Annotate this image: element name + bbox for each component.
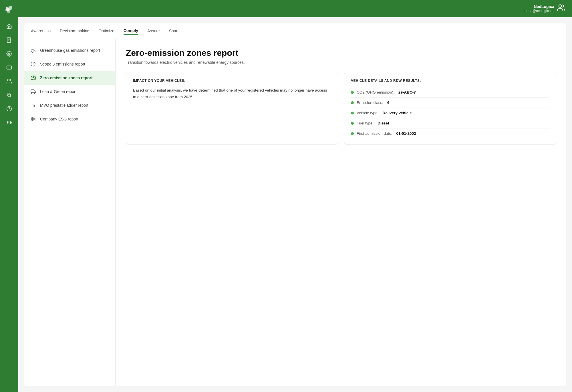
- rdw-dot-2: [351, 101, 354, 104]
- svg-point-6: [7, 79, 9, 81]
- education-icon[interactable]: [3, 117, 15, 128]
- impact-box-title: IMPACT ON YOUR VEHICLES:: [133, 79, 331, 83]
- rdw-dot-4: [351, 122, 354, 125]
- help-icon[interactable]: [3, 103, 15, 114]
- rdw-dot: [351, 91, 354, 94]
- svg-rect-5: [7, 66, 12, 69]
- user-email: robert@nedlogica.nl: [523, 9, 554, 13]
- main-area: NedLogica robert@nedlogica.nl Awareness …: [18, 0, 572, 392]
- list-item-label-ghg: Greenhouse gas emissions report: [40, 48, 100, 53]
- billing-icon[interactable]: [3, 62, 15, 73]
- detail-subtitle: Transition towards electric vehicles and…: [126, 60, 556, 65]
- svg-point-11: [31, 79, 32, 80]
- list-item-label-esg: Company ESG report: [40, 117, 78, 121]
- vehicle-box: VEHICLE DETAILS AND RDW RESULTS: CO2 (GH…: [344, 73, 556, 144]
- list-item-label-mvo: MVO prestatieladder report: [40, 103, 88, 108]
- tab-decision-making[interactable]: Decision-making: [60, 27, 89, 34]
- topbar: NedLogica robert@nedlogica.nl: [18, 0, 572, 17]
- rdw-label-emission: Emission class:: [357, 100, 383, 105]
- list-panel: Greenhouse gas emissions report Scope 3 …: [24, 39, 116, 386]
- rdw-value-admission: 01-01-2002: [396, 131, 416, 136]
- rdw-value-fuel: Diesel: [378, 121, 389, 125]
- truck-icon: [30, 88, 37, 95]
- detail-title: Zero-emission zones report: [126, 48, 556, 58]
- list-item-label-zero: Zero-emission zones report: [40, 76, 93, 80]
- ev-icon: [30, 74, 37, 81]
- list-item-label-lean: Lean & Green report: [40, 89, 77, 94]
- tab-assure[interactable]: Assure: [147, 27, 160, 34]
- detail-panel: Zero-emission zones report Transition to…: [116, 39, 566, 386]
- pie-chart-icon: [30, 61, 37, 68]
- rdw-item-admission: First admission date: 01-01-2002: [351, 128, 549, 138]
- rdw-label-co2: CO2 (GHG emission):: [357, 90, 394, 94]
- home-icon[interactable]: [3, 21, 15, 32]
- logo[interactable]: [3, 3, 15, 15]
- vehicle-box-title: VEHICLE DETAILS AND RDW RESULTS:: [351, 79, 549, 83]
- list-item-zero[interactable]: Zero-emission zones report: [24, 71, 115, 85]
- tab-comply[interactable]: Comply: [124, 27, 138, 35]
- impact-box: IMPACT ON YOUR VEHICLES: Based on our in…: [126, 73, 338, 144]
- rdw-item-type: Vehicle type: Delivery vehicle: [351, 108, 549, 118]
- rdw-value-emission: 6: [387, 100, 390, 105]
- tab-share[interactable]: Share: [169, 27, 180, 34]
- main-card: Awareness Decision-making Optimize Compl…: [24, 23, 566, 386]
- tab-optimize[interactable]: Optimize: [99, 27, 114, 34]
- impact-box-body: Based on our initial analysis, we have d…: [133, 87, 331, 100]
- rdw-value-co2: 29-ABC-7: [398, 90, 416, 94]
- list-item-ghg[interactable]: Greenhouse gas emissions report: [24, 43, 115, 57]
- rdw-item-co2: CO2 (GHG emission): 29-ABC-7: [351, 87, 549, 98]
- rdw-label-admission: First admission date:: [357, 131, 392, 136]
- document-icon[interactable]: [3, 34, 15, 46]
- list-item-lean[interactable]: Lean & Green report: [24, 85, 115, 98]
- users-icon[interactable]: [3, 76, 15, 87]
- svg-point-4: [9, 53, 10, 55]
- svg-rect-13: [31, 90, 34, 92]
- search-advance-icon[interactable]: [3, 89, 15, 101]
- rdw-value-type: Delivery vehicle: [383, 111, 412, 115]
- svg-point-14: [31, 92, 32, 94]
- rdw-item-fuel: Fuel type: Diesel: [351, 118, 549, 128]
- svg-rect-20: [31, 117, 35, 121]
- bar-chart-icon: [30, 102, 37, 109]
- rdw-label-type: Vehicle type:: [357, 111, 379, 115]
- svg-rect-2: [7, 9, 10, 13]
- rdw-dot-3: [351, 112, 354, 114]
- settings-icon[interactable]: [3, 48, 15, 60]
- user-info: NedLogica robert@nedlogica.nl: [523, 4, 565, 13]
- building-icon: [30, 116, 37, 122]
- rdw-label-fuel: Fuel type:: [357, 121, 374, 125]
- sidebar: [0, 0, 18, 392]
- nav-tabs: Awareness Decision-making Optimize Compl…: [24, 23, 566, 39]
- list-item-esg[interactable]: Company ESG report: [24, 112, 115, 126]
- body-layout: Greenhouse gas emissions report Scope 3 …: [24, 39, 566, 386]
- rdw-list: CO2 (GHG emission): 29-ABC-7 Emission cl…: [351, 87, 549, 138]
- svg-point-12: [34, 79, 35, 80]
- tab-awareness[interactable]: Awareness: [31, 27, 51, 34]
- detail-columns: IMPACT ON YOUR VEHICLES: Based on our in…: [126, 73, 556, 144]
- svg-point-15: [34, 92, 35, 94]
- rdw-item-emission: Emission class: 6: [351, 98, 549, 108]
- content-area: Awareness Decision-making Optimize Compl…: [18, 17, 572, 392]
- list-item-scope3[interactable]: Scope 3 emissions report: [24, 57, 115, 71]
- svg-point-10: [559, 5, 561, 7]
- list-item-label-scope3: Scope 3 emissions report: [40, 62, 85, 66]
- user-details: NedLogica robert@nedlogica.nl: [523, 4, 554, 13]
- list-item-mvo[interactable]: MVO prestatieladder report: [24, 98, 115, 112]
- avatar-icon: [557, 4, 565, 13]
- svg-point-9: [9, 110, 9, 110]
- rdw-dot-5: [351, 132, 354, 135]
- leaf-icon: [30, 47, 37, 54]
- user-name: NedLogica: [523, 4, 554, 9]
